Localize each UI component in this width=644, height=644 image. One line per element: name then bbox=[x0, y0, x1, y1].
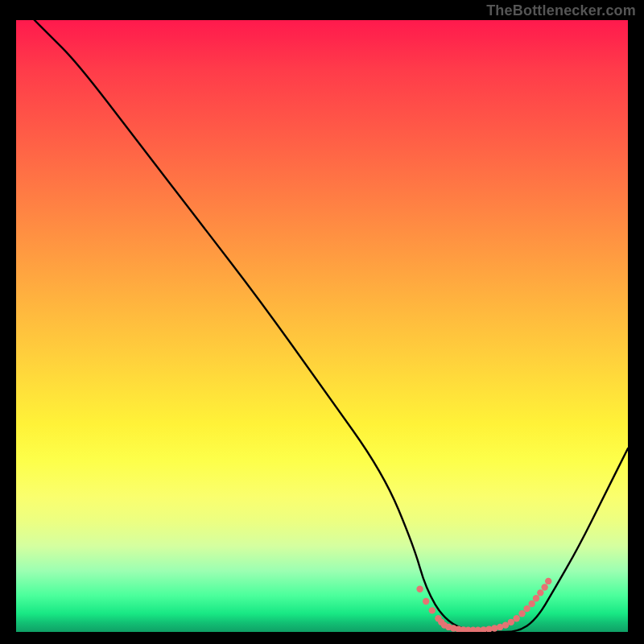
watermark-text: TheBottlenecker.com bbox=[486, 2, 636, 19]
chart-gradient-background bbox=[16, 20, 628, 632]
chart-frame bbox=[16, 20, 628, 632]
